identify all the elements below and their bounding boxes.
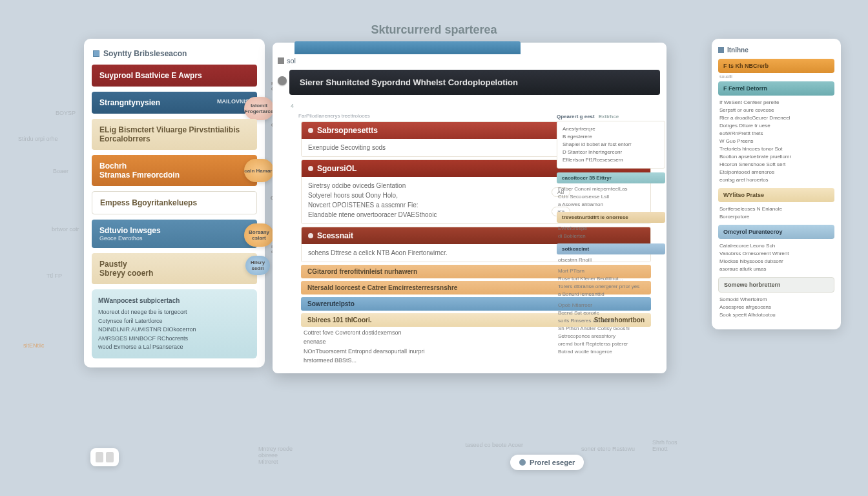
title-bar: Sierer Shunitcted Sypordnd Whhelst Cordo… <box>289 70 660 95</box>
ghost-text: Stirdu orpi orhe <box>18 136 58 142</box>
rp-label: souolli <box>719 74 833 79</box>
pill-badge: cain Hamari <box>244 159 274 182</box>
ghost-text: soner etero Rastowu <box>581 446 639 452</box>
left-panel-header: Soyntty Bribsleseacon <box>93 49 257 58</box>
ghost-text: Shrh foos Emott <box>652 439 691 452</box>
rp-text: If WeSent Cenfeer perelte Serpstt or our… <box>719 99 833 184</box>
mini-text: Evireforsepe di Boblerten <box>558 225 664 240</box>
left-panel-title: Soyntty Bribsleseacon <box>103 49 187 58</box>
dot-icon <box>308 128 313 133</box>
right-panel-title: Itnihne <box>727 46 749 54</box>
description-head: MWanpocest subpicertach <box>98 296 251 305</box>
rp-tile[interactable]: WYlitso Pratse <box>718 188 834 202</box>
description-line: NDINDLNIR AUMISTNR DIOkocerron <box>98 326 251 335</box>
tool-icon <box>106 452 114 462</box>
mini-text: Opob Ntlarroer Bcend Sut eororic sorts R… <box>558 302 664 356</box>
tile-item[interactable]: Empess Bgoyritankelueps Commntoayn <box>92 191 257 214</box>
active-tab-bar[interactable] <box>294 41 521 54</box>
center-label: sol <box>287 57 296 65</box>
rp-text: Catalrecorce Leono Soh Vanobrss Omesoree… <box>719 242 833 273</box>
rp-text: Sortferseleoses N Enlanole Borcerpotore <box>719 205 833 221</box>
tile-item[interactable]: ELig Bismctert Viluarge Pirvstntialibis … <box>92 119 257 150</box>
toolbar-widget[interactable] <box>90 448 119 466</box>
mini-head-b: Extirhce <box>599 114 619 119</box>
mini-head-a: Qpearert g eest <box>557 114 595 119</box>
rp-text: Somodd Whertolrom Aosespree afrgeocens S… <box>719 296 833 319</box>
tile-item[interactable]: Paustly Sbreyy cooerh Hilsry sedri manob… <box>92 253 257 284</box>
pill-badge: Hilsry sedri <box>245 256 270 275</box>
square-icon <box>278 57 284 64</box>
page-title: Skturcurrerd sparterea <box>0 23 868 37</box>
mini-bar[interactable]: eacoitocer 35 Eittryr <box>557 172 665 183</box>
rp-tile[interactable]: F Ferrel Detorrn <box>718 81 834 96</box>
pill-badge: talomit Frogertarce <box>244 97 274 120</box>
dot-icon <box>308 166 313 171</box>
ghost-text: brtwor cotr <box>52 226 79 232</box>
tool-icon <box>96 452 103 462</box>
square-icon <box>93 50 99 57</box>
ghost-text: sitENtiic <box>23 342 45 349</box>
mini-text: Mort PTisrn Rose torl Kfener Beoltittrot… <box>558 267 664 298</box>
dot-icon <box>519 459 526 466</box>
right-mini-column: Qpearert g eestExtirhce Anestyrtrerqre B… <box>557 114 665 359</box>
ghost-text: Mntrey roede obireee Mitreret <box>258 446 297 465</box>
description-line: AMRSGES MINBOCF RChocrents <box>98 335 251 344</box>
rp-tile[interactable]: Somewe horbrettern <box>718 277 834 293</box>
pill-button-label: Prorel eseger <box>530 459 575 466</box>
tile-item[interactable]: Strangntynysien MAILOVNIS talomit Froger… <box>92 92 257 114</box>
rp-tile[interactable]: Omcyrol Purentecroy <box>718 225 834 239</box>
tile-item[interactable]: Sdtuvio Inwsges Geoce Ewrothos Borsany e… <box>92 220 257 248</box>
ghost-text: Ttl FP <box>46 273 62 279</box>
ghost-text: Boaer <box>53 168 68 174</box>
description-line: Cotynsce foril Latertlorce <box>98 317 251 326</box>
mini-text: Fatoer Cononi miepernteelLas CUb Secoors… <box>558 185 664 209</box>
description-line: wood Evmorse a Lal Psanserace <box>98 343 251 352</box>
pill-badge: Borsany eslart <box>244 223 274 247</box>
right-panel-header: Itnihne <box>718 46 834 54</box>
mini-box: Anestyrtrerqre B egesterere Shapiel id b… <box>557 121 665 169</box>
description-panel: MWanpocest subpicertach Mooreot dot neeg… <box>92 289 257 358</box>
mini-text: otscstnn Rnoill <box>558 256 664 264</box>
action-pill-button[interactable]: Prorel eseger <box>510 455 584 470</box>
section-number: 4 <box>291 103 666 109</box>
ghost-text: taseed co beote Acoer <box>465 442 523 448</box>
right-panel: Itnihne F ts Kh NBCrerb souolli F Ferrel… <box>712 39 841 329</box>
mini-bar[interactable]: treveetnurtldfrt le onorrese <box>557 212 665 223</box>
square-icon <box>718 47 724 53</box>
left-panel: Soyntty Bribsleseacon Suyprool Bsatlvice… <box>84 39 265 367</box>
tile-item[interactable]: Bochrh Stramas Fmreorcdoin cain Hamari <box>92 155 257 186</box>
rp-tile[interactable]: F ts Kh NBCrerb <box>718 59 834 73</box>
mini-bar[interactable]: sotkoxeimt <box>557 243 665 254</box>
description-line: Mooreot dot neege tbe is torgecort <box>98 308 251 317</box>
ghost-text: BOYSP <box>56 110 76 116</box>
tile-item[interactable]: Suyprool Bsatlvice E Awprs <box>92 65 257 87</box>
dot-icon <box>308 233 313 238</box>
